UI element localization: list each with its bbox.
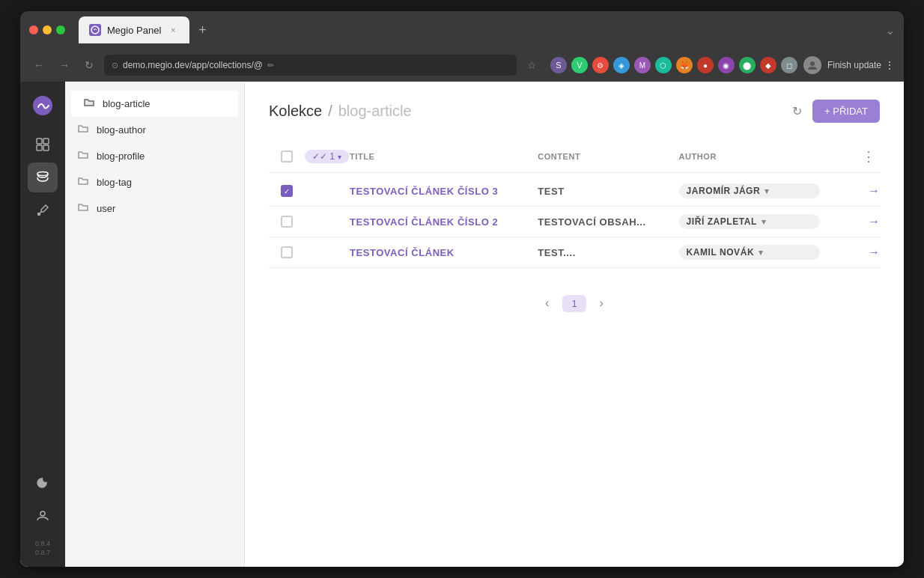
- ext-icon-6[interactable]: ⬡: [655, 57, 672, 73]
- pagination: ‹ 1 ›: [269, 292, 880, 314]
- row1-navigate-icon[interactable]: →: [868, 184, 880, 198]
- add-record-label: + PŘIDAT: [824, 106, 868, 117]
- row1-title-col: Testovací článek číslo 3: [350, 186, 538, 197]
- profile-avatar[interactable]: [803, 56, 821, 74]
- row3-navigate-icon[interactable]: →: [868, 246, 880, 259]
- browser-titlebar: Megio Panel × + ⌄: [20, 11, 904, 49]
- sidebar-item-dashboard[interactable]: [28, 130, 58, 159]
- row2-content-col: Testovací obsah...: [538, 216, 678, 228]
- browser-toolbar: ← → ↻ ⊙ demo.megio.dev/app/collections/@…: [20, 49, 904, 82]
- icon-sidebar-bottom: 0.8.4 0.8.7: [28, 467, 58, 558]
- row3-checkbox[interactable]: [281, 246, 293, 258]
- sidebar-item-blog-tag[interactable]: blog-tag: [65, 169, 244, 195]
- sidebar-label-user: user: [97, 203, 115, 214]
- row2-title-link[interactable]: Testovací článek číslo 2: [350, 216, 498, 228]
- filter-badge[interactable]: ✓ ✓ 1 ▾: [305, 150, 349, 163]
- main-content: Kolekce / blog-article ↻ + PŘIDAT: [245, 82, 904, 567]
- refresh-button[interactable]: ↻: [788, 100, 806, 123]
- ext-icon-11[interactable]: ◆: [760, 57, 776, 73]
- sidebar-item-blog-author[interactable]: blog-author: [65, 117, 244, 143]
- header-checkbox-col: [269, 150, 305, 162]
- extension-icons: S V ⚙ ◈ M ⬡ 🦊 ● ◉ ⬤ ◆ ◻: [550, 57, 797, 73]
- minimize-button[interactable]: [43, 25, 52, 34]
- table-row: Testovací článek Test.... Kamil Novák ▾ …: [269, 237, 880, 268]
- row3-author-name: Kamil Novák: [687, 247, 755, 258]
- collections-sidebar: blog-article blog-author blog-profile bl…: [65, 82, 245, 567]
- sidebar-item-blog-profile[interactable]: blog-profile: [65, 143, 244, 169]
- row1-author-badge: Jaromír Jágr ▾: [679, 183, 820, 198]
- tab-close-button[interactable]: ×: [167, 24, 179, 36]
- row3-checkbox-col: [269, 246, 305, 258]
- logo-icon[interactable]: [28, 91, 58, 121]
- svg-point-0: [91, 26, 99, 34]
- ext-icon-9[interactable]: ◉: [718, 57, 735, 73]
- browser-menu-button[interactable]: ⌄: [885, 23, 895, 37]
- bookmark-button[interactable]: ☆: [523, 56, 541, 74]
- row1-title-link[interactable]: Testovací článek číslo 3: [350, 186, 498, 197]
- back-button[interactable]: ←: [29, 56, 49, 74]
- row3-author-chevron-icon[interactable]: ▾: [759, 248, 764, 258]
- row2-author-badge: Jiří Zapletal ▾: [679, 214, 820, 229]
- edit-url-icon: ✏: [267, 61, 274, 70]
- row1-actions-col: →: [820, 184, 880, 198]
- row2-actions-col: →: [820, 215, 880, 228]
- data-table: ✓ ✓ 1 ▾ TITLE CONTENT AUTHOR ⋮ ✓: [269, 141, 880, 268]
- row2-navigate-icon[interactable]: →: [868, 215, 880, 228]
- row3-content-text: Test....: [538, 247, 576, 258]
- icon-sidebar: 0.8.4 0.8.7: [20, 82, 65, 567]
- close-button[interactable]: [29, 25, 38, 34]
- row1-content-text: Test: [538, 186, 564, 197]
- ext-icon-7[interactable]: 🦊: [676, 57, 693, 73]
- ext-icon-3[interactable]: ⚙: [592, 57, 609, 73]
- next-page-button[interactable]: ›: [592, 292, 611, 314]
- row2-author-col: Jiří Zapletal ▾: [679, 214, 820, 229]
- column-options-button[interactable]: ⋮: [857, 147, 880, 166]
- row1-author-name: Jaromír Jágr: [687, 186, 761, 196]
- row2-author-chevron-icon[interactable]: ▾: [762, 217, 767, 227]
- ext-icon-12[interactable]: ◻: [781, 57, 797, 73]
- address-bar[interactable]: ⊙ demo.megio.dev/app/collections/@ ✏: [104, 55, 517, 76]
- security-icon: ⊙: [112, 61, 118, 70]
- add-record-button[interactable]: + PŘIDAT: [812, 100, 880, 123]
- maximize-button[interactable]: [56, 25, 65, 34]
- prev-page-button[interactable]: ‹: [538, 292, 556, 314]
- filter-badge-count: ✓ 1: [320, 151, 335, 162]
- row3-title-link[interactable]: Testovací článek: [350, 247, 455, 258]
- row1-author-chevron-icon[interactable]: ▾: [765, 186, 770, 196]
- new-tab-button[interactable]: +: [192, 19, 213, 41]
- row1-content-col: Test: [538, 186, 678, 197]
- ext-icon-10[interactable]: ⬤: [739, 57, 756, 73]
- row2-checkbox-col: [269, 216, 305, 228]
- sidebar-item-database[interactable]: [28, 162, 58, 192]
- finish-update-menu-icon: ⋮: [884, 59, 895, 71]
- sidebar-item-tools[interactable]: [28, 195, 58, 225]
- breadcrumb-separator: /: [328, 103, 332, 120]
- row2-checkbox[interactable]: [281, 216, 293, 228]
- active-tab[interactable]: Megio Panel ×: [79, 16, 189, 43]
- ext-icon-1[interactable]: S: [550, 57, 567, 73]
- svg-point-7: [37, 172, 48, 176]
- svg-rect-5: [37, 145, 42, 150]
- ext-icon-5[interactable]: M: [634, 57, 651, 73]
- sidebar-item-user[interactable]: user: [65, 195, 244, 222]
- svg-point-9: [40, 511, 45, 516]
- user-settings-button[interactable]: [28, 500, 58, 530]
- svg-point-1: [810, 61, 815, 66]
- sidebar-item-blog-article[interactable]: blog-article: [71, 91, 238, 117]
- forward-button[interactable]: →: [55, 56, 74, 74]
- ext-icon-2[interactable]: V: [571, 57, 588, 73]
- row2-author-name: Jiří Zapletal: [687, 216, 757, 227]
- ext-icon-4[interactable]: ◈: [613, 57, 630, 73]
- breadcrumb-current: blog-article: [338, 103, 412, 120]
- sidebar-label-blog-author: blog-author: [97, 124, 146, 136]
- row3-content-col: Test....: [538, 247, 678, 258]
- select-all-checkbox[interactable]: [281, 150, 293, 162]
- row3-title-col: Testovací článek: [350, 247, 538, 258]
- row1-checkbox[interactable]: ✓: [281, 185, 293, 197]
- finish-update-button[interactable]: Finish update ⋮: [827, 59, 895, 71]
- tab-bar: Megio Panel × +: [79, 16, 213, 43]
- dark-mode-toggle[interactable]: [28, 467, 58, 497]
- sidebar-label-blog-profile: blog-profile: [97, 150, 145, 162]
- reload-button[interactable]: ↻: [80, 56, 98, 74]
- ext-icon-8[interactable]: ●: [697, 57, 714, 73]
